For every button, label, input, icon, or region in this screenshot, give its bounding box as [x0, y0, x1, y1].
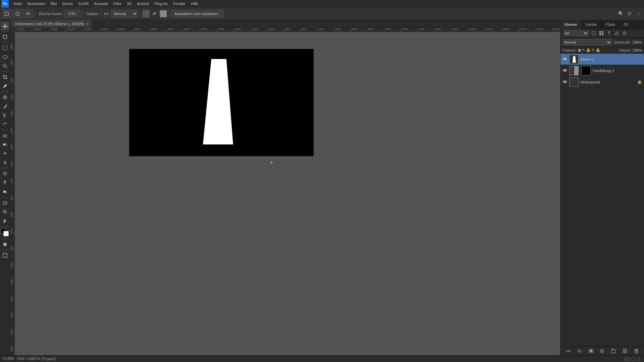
magic-wand-tool[interactable] [1, 62, 9, 70]
blend-mode-select[interactable]: Normal [562, 39, 612, 46]
svg-rect-67 [625, 358, 629, 361]
foreground-background-colors[interactable] [1, 228, 9, 237]
move-tool[interactable] [1, 21, 9, 30]
layer-kind-icon[interactable] [590, 30, 597, 37]
color-swatch-2[interactable] [160, 10, 167, 17]
tab-bar: Unbenannt-1 bei 37,8% (Ebene 1, RGB/8) × [10, 20, 560, 27]
dodge-tool[interactable] [1, 158, 9, 167]
color-swatch-1[interactable] [142, 10, 150, 17]
lasso-tool[interactable] [1, 53, 9, 61]
zoom-tool[interactable] [1, 207, 9, 216]
new-layer-btn[interactable] [622, 348, 628, 354]
canvas-scroll-area[interactable]: + [15, 32, 560, 355]
brush-tool[interactable] [1, 102, 9, 111]
pen-tool[interactable] [1, 169, 9, 178]
layer-thumb-farbfullung [569, 66, 579, 75]
lock-all-icon[interactable]: 🔒 [596, 48, 600, 52]
fixieren-label: Fixieren: [562, 48, 577, 52]
menu-auswahl[interactable]: Auswahl [91, 1, 111, 6]
svg-point-33 [4, 243, 6, 245]
lock-paint-icon[interactable]: ✎ [582, 48, 585, 52]
marquee-rect-tool[interactable] [1, 44, 9, 52]
eraser-tool[interactable] [1, 131, 9, 140]
document-canvas [129, 49, 314, 156]
quick-mask-tool[interactable] [1, 240, 9, 249]
status-icon-1 [625, 357, 629, 361]
history-brush-tool[interactable] [1, 120, 9, 129]
panel-tabs: Ebenen Kanäle Pfade 3D [560, 20, 644, 29]
shape-tool[interactable] [1, 198, 9, 207]
pixel-icon[interactable] [598, 30, 605, 37]
tab-3d[interactable]: 3D [620, 20, 633, 29]
delete-layer-btn[interactable] [633, 348, 640, 354]
art-select[interactable]: Normal [111, 10, 138, 17]
weiche-kante-input[interactable] [64, 10, 80, 17]
selection-tool-poly[interactable] [23, 9, 33, 18]
spot-healing-tool[interactable] [1, 93, 9, 102]
arrow-icon[interactable]: ⇄ [151, 10, 158, 17]
canvas-area: Unbenannt-1 bei 37,8% (Ebene 1, RGB/8) × [10, 20, 560, 355]
tab-pfade[interactable]: Pfade [601, 20, 620, 29]
menu-schrift[interactable]: Schrift [75, 1, 91, 6]
blur-tool[interactable] [1, 149, 9, 158]
add-mask-btn[interactable] [588, 348, 594, 354]
screen-mode-tool[interactable] [1, 251, 9, 260]
menu-3d[interactable]: 3D [124, 1, 134, 6]
tab-ebenen[interactable]: Ebenen [560, 20, 582, 29]
crop-tool[interactable] [1, 73, 9, 81]
eyedropper-tool[interactable] [1, 82, 9, 90]
layer-visibility-ebene1[interactable] [562, 57, 567, 62]
text-tool[interactable]: T [1, 178, 9, 187]
new-group-btn[interactable] [610, 348, 617, 354]
menu-ansicht[interactable]: Ansicht [134, 1, 152, 6]
type-icon[interactable]: T [606, 30, 612, 37]
shape-layer-icon[interactable] [613, 30, 620, 37]
select-mask-button[interactable]: Auswählen und maskieren... [171, 10, 224, 17]
lock-artboard-icon[interactable]: ↻ [592, 48, 595, 52]
hand-tool[interactable] [1, 217, 9, 225]
menu-hilfe[interactable]: Hilfe [188, 1, 201, 6]
menu-ebene[interactable]: Ebene [59, 1, 75, 6]
tab-kanaele[interactable]: Kanäle [582, 20, 601, 29]
menu-bild[interactable]: Bild [48, 1, 59, 6]
arrange-icon[interactable]: ⁝ [635, 10, 642, 17]
clone-stamp-tool[interactable] [1, 111, 9, 120]
path-selection-tool[interactable] [1, 187, 9, 196]
layer-item-farbfullung[interactable]: Farbfüllung 1 [560, 65, 644, 76]
art-label: Art: [104, 12, 110, 16]
menu-plugins[interactable]: Plug-ins [152, 1, 170, 6]
menu-fenster[interactable]: Fenster [170, 1, 188, 6]
link-layers-btn[interactable] [565, 348, 572, 354]
menu-datei[interactable]: Datei [11, 1, 25, 6]
selection-tool-rect[interactable] [2, 9, 11, 18]
layer-item-hintergrund[interactable]: Hintergrund 🔒 [560, 76, 644, 88]
selection-tool-lasso[interactable] [13, 9, 22, 18]
layer-thumb-ebene1 [569, 55, 579, 64]
svg-rect-59 [611, 350, 615, 353]
menu-filter[interactable]: Filter [111, 1, 124, 6]
document-tab[interactable]: Unbenannt-1 bei 37,8% (Ebene 1, RGB/8) × [11, 20, 92, 27]
art-filter-select[interactable]: Art [562, 30, 589, 37]
deckkraft-label: Deckkraft: [614, 40, 631, 44]
lock-transparency-icon[interactable]: ◼ [578, 48, 581, 52]
layer-visibility-hintergrund[interactable] [562, 80, 567, 84]
layer-visibility-farbfullung[interactable] [562, 68, 567, 73]
gradient-tool[interactable] [1, 140, 9, 149]
svg-point-11 [3, 64, 6, 67]
smart-object-icon[interactable] [621, 30, 628, 37]
menu-bearbeiten[interactable]: Bearbeiten [25, 1, 48, 6]
lock-position-icon[interactable]: 🔒 [586, 48, 591, 52]
add-style-btn[interactable]: fx [576, 348, 583, 354]
search-icon[interactable]: 🔍 [617, 10, 625, 17]
svg-line-29 [6, 213, 7, 214]
svg-point-53 [564, 81, 566, 82]
tab-close-btn[interactable]: × [86, 22, 88, 26]
artboard-tool[interactable] [1, 33, 9, 41]
ruler-corner [10, 27, 15, 32]
blend-mode-row: Normal Deckkraft: 100% [560, 38, 644, 47]
new-fill-adj-btn[interactable] [599, 348, 605, 354]
svg-point-42 [624, 33, 625, 34]
layer-item-ebene1[interactable]: Ebene 1 [560, 54, 644, 65]
svg-marker-35 [203, 59, 233, 144]
workspace-icon[interactable]: ☷ [626, 10, 633, 17]
